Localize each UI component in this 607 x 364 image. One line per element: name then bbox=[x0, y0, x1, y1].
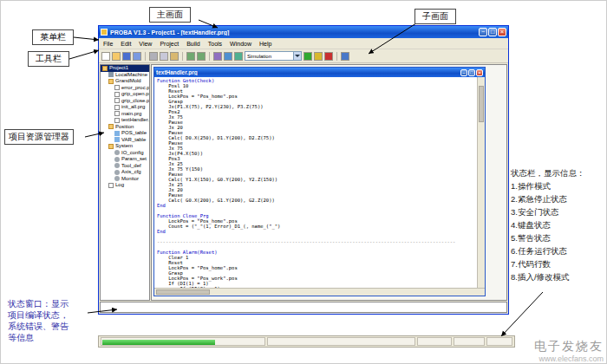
gear-icon bbox=[114, 157, 120, 162]
tree-item[interactable]: Monitor bbox=[101, 176, 149, 183]
download-icon[interactable] bbox=[224, 52, 232, 61]
child-window-title: textHandler.prg bbox=[156, 69, 459, 75]
tree-item[interactable]: GrandMold bbox=[101, 78, 149, 85]
maximize-button[interactable]: □ bbox=[488, 28, 497, 36]
upload-icon[interactable] bbox=[234, 52, 243, 61]
menu-bar: FileEditViewProjectBuildToolsWindowHelp bbox=[99, 38, 508, 49]
tree-item[interactable]: Tool_def bbox=[101, 163, 149, 170]
tree-item[interactable]: error_proc.prg bbox=[101, 85, 149, 92]
child-close-button[interactable]: × bbox=[476, 69, 483, 76]
status-window-note-line: 状态窗口：显示 bbox=[8, 298, 96, 309]
status-window-note: 状态窗口：显示项目编译状态，系统错误、警告等信息 bbox=[8, 298, 96, 343]
build-icon[interactable] bbox=[213, 52, 222, 61]
menu-help[interactable]: Help bbox=[259, 41, 271, 47]
tree-item-label: GrandMold bbox=[115, 78, 141, 85]
menu-view[interactable]: View bbox=[139, 41, 152, 47]
tree-item[interactable]: Log bbox=[101, 182, 149, 189]
save-icon[interactable] bbox=[122, 52, 131, 61]
minimize-button[interactable]: − bbox=[479, 28, 487, 36]
menu-tools[interactable]: Tools bbox=[208, 41, 222, 47]
tree-item-label: Tool_def bbox=[121, 163, 141, 170]
child-title-bar[interactable]: textHandler.prg − □ × bbox=[154, 68, 485, 77]
child-maximize-button[interactable]: □ bbox=[468, 69, 475, 76]
status-progress-cell bbox=[101, 337, 265, 346]
tree-item[interactable]: Position bbox=[101, 124, 149, 131]
status-output-window[interactable] bbox=[100, 302, 507, 313]
vertical-scrollbar[interactable] bbox=[477, 77, 485, 288]
menu-project[interactable]: Project bbox=[160, 41, 179, 47]
paste-icon[interactable] bbox=[170, 52, 179, 61]
toolbar-combobox[interactable]: Simulation bbox=[245, 51, 302, 61]
annotation-arrow bbox=[69, 50, 99, 59]
stop-icon[interactable] bbox=[324, 52, 333, 61]
watermark-url: www.elecfans.com bbox=[534, 354, 604, 363]
page-icon bbox=[114, 105, 120, 110]
tree-item[interactable]: grip_open.prg bbox=[101, 91, 149, 98]
project-explorer-panel[interactable]: Project1LocalMachineGrandMolderror_proc.… bbox=[100, 64, 150, 301]
toolbar-separator bbox=[145, 52, 146, 61]
tree-item[interactable]: main.prg bbox=[101, 111, 149, 118]
pause-icon[interactable] bbox=[314, 52, 323, 61]
tree-item-label: Log bbox=[115, 182, 124, 189]
tree-item[interactable]: Param_set bbox=[101, 156, 149, 163]
tree-item-label: init_all.prg bbox=[121, 104, 145, 111]
scrollbar-thumb[interactable] bbox=[479, 86, 484, 122]
callout-toolbar: 工具栏 bbox=[28, 51, 69, 67]
tree-item[interactable]: Project1 bbox=[101, 65, 149, 72]
help-icon[interactable] bbox=[341, 52, 349, 61]
tree-item-label: textHandler.prg bbox=[121, 117, 149, 124]
tree-item[interactable]: textHandler.prg bbox=[101, 117, 149, 124]
undo-icon[interactable] bbox=[186, 52, 195, 61]
tree-item-label: main.prg bbox=[121, 111, 141, 118]
cut-icon[interactable] bbox=[149, 52, 158, 61]
tree-item-label: grip_open.prg bbox=[121, 91, 149, 98]
tree-item[interactable]: Axis_cfg bbox=[101, 169, 149, 176]
child-minimize-button[interactable]: − bbox=[460, 69, 467, 76]
annotation-arrow bbox=[74, 37, 99, 40]
new-file-icon[interactable] bbox=[101, 52, 110, 61]
child-code-window[interactable]: textHandler.prg − □ × Function Goto(Chec… bbox=[153, 67, 486, 296]
tree-item[interactable]: System bbox=[101, 143, 149, 150]
gear-icon bbox=[114, 170, 120, 175]
scrollbar-thumb[interactable] bbox=[156, 289, 210, 295]
tree-item[interactable]: init_all.prg bbox=[101, 104, 149, 111]
tree-item[interactable]: POS_table bbox=[101, 130, 149, 137]
open-folder-icon[interactable] bbox=[112, 52, 121, 61]
status-bar-note-line: 4.键盘状态 bbox=[511, 218, 606, 231]
close-button[interactable]: × bbox=[498, 28, 506, 36]
tree-item[interactable]: IO_config bbox=[101, 150, 149, 157]
mdi-workspace[interactable]: textHandler.prg − □ × Function Goto(Chec… bbox=[151, 64, 507, 301]
save-all-icon[interactable] bbox=[133, 52, 141, 61]
chevron-down-icon[interactable] bbox=[293, 52, 301, 60]
menu-edit[interactable]: Edit bbox=[121, 41, 131, 47]
tree-item-label: Monitor bbox=[121, 176, 139, 183]
status-cell bbox=[486, 337, 512, 346]
horizontal-scrollbar[interactable] bbox=[154, 288, 485, 296]
status-bar-note: 状态栏，显示信息：1.操作模式2.紧急停止状态3.安全门状态4.键盘状态5.警告… bbox=[511, 166, 606, 283]
copy-icon[interactable] bbox=[160, 52, 168, 61]
run-icon[interactable] bbox=[304, 52, 312, 61]
page-icon bbox=[114, 85, 120, 90]
toolbar-separator bbox=[209, 52, 210, 61]
menu-file[interactable]: File bbox=[103, 41, 113, 47]
tree-item[interactable]: VAR_table bbox=[101, 137, 149, 144]
menu-build[interactable]: Build bbox=[186, 41, 200, 47]
tree-item[interactable]: LocalMachine bbox=[101, 72, 149, 79]
code-editor[interactable]: Function Goto(Check) Posl 10 Reset LockP… bbox=[154, 77, 477, 288]
toolbar-separator bbox=[336, 52, 337, 61]
toolbar-separator bbox=[182, 52, 183, 61]
window-body: Project1LocalMachineGrandMolderror_proc.… bbox=[99, 63, 508, 302]
table-icon bbox=[114, 131, 120, 136]
status-bar-note-line: 7.代码行数 bbox=[511, 257, 606, 270]
tree-item-label: POS_table bbox=[121, 130, 147, 137]
page-icon bbox=[114, 111, 120, 116]
menu-window[interactable]: Window bbox=[230, 41, 251, 47]
folder-icon bbox=[108, 124, 114, 129]
redo-icon[interactable] bbox=[197, 52, 206, 61]
tree-item-label: Position bbox=[115, 124, 134, 131]
main-application-window: PROBA V1.3 - Project1 - [textHandler.prg… bbox=[98, 25, 509, 315]
combobox-value: Simulation bbox=[247, 54, 293, 59]
title-bar[interactable]: PROBA V1.3 - Project1 - [textHandler.prg… bbox=[99, 26, 508, 38]
tree-item[interactable]: grip_close.prg bbox=[101, 98, 149, 105]
page-icon bbox=[114, 98, 120, 103]
